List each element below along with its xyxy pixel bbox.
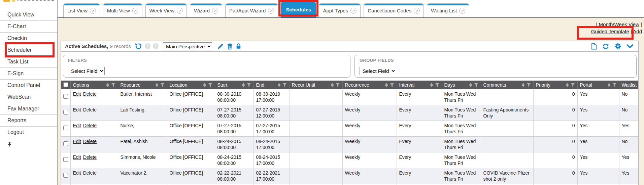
tab-waiting-list[interactable]: Waiting List ↗ (427, 3, 469, 17)
select-all-checkbox[interactable] (63, 82, 68, 87)
tab-multi-view[interactable]: Multi View ↗ (103, 3, 142, 17)
logo-mark (3, 0, 10, 2)
sort-icon[interactable] (430, 83, 433, 87)
column-header-start[interactable]: Start (215, 81, 253, 89)
popout-icon[interactable]: ↗ (177, 8, 183, 14)
refresh-icon[interactable] (602, 43, 609, 50)
column-header-end[interactable]: End (253, 81, 289, 89)
filter-funnel-icon[interactable] (435, 83, 439, 87)
popout-icon[interactable]: ↗ (90, 8, 96, 14)
tab-week-view[interactable]: Week View ↗ (145, 3, 187, 17)
filter-funnel-icon[interactable] (160, 83, 165, 87)
filter-funnel-icon[interactable] (527, 83, 531, 87)
filter-funnel-icon[interactable] (571, 83, 575, 87)
row-checkbox[interactable] (63, 126, 68, 130)
column-header-interval[interactable]: Interval (397, 81, 442, 89)
sidebar-item-scheduler[interactable]: Scheduler (0, 44, 57, 56)
edit-link[interactable]: Edit (73, 123, 81, 128)
filter-funnel-icon[interactable] (390, 83, 394, 87)
tab-pat-appt-wizard[interactable]: Pat/Appt Wizard ↗ (225, 3, 278, 17)
column-header-days[interactable]: Days (442, 81, 481, 89)
column-header-location[interactable]: Location (167, 81, 215, 89)
delete-link[interactable]: Delete (83, 139, 97, 144)
sidebar-pin-button[interactable] (0, 138, 57, 150)
sidebar-item-quick-view[interactable]: Quick View (0, 9, 57, 21)
sort-icon[interactable] (203, 83, 206, 87)
filters-field-select[interactable]: Select Field (68, 67, 105, 75)
sidebar-item-fax-manager[interactable]: Fax Manager (0, 103, 57, 115)
tab-schedules[interactable]: Schedules (281, 1, 316, 17)
column-header-recurrence[interactable]: Recurrence (342, 81, 397, 89)
edit-link[interactable]: Edit (73, 91, 81, 97)
popout-icon[interactable]: ↗ (212, 8, 218, 14)
sort-icon[interactable] (242, 83, 245, 87)
tab-wizard[interactable]: Wizard ↗ (190, 3, 222, 17)
perspective-select[interactable]: Main Perspective (163, 42, 212, 50)
sidebar-item-control-panel[interactable]: Control Panel (0, 80, 57, 91)
delete-link[interactable]: Delete (83, 107, 97, 112)
sidebar-item-task-list[interactable]: Task List (0, 56, 57, 68)
row-checkbox[interactable] (63, 173, 68, 178)
column-header-comments[interactable]: Comments (481, 81, 533, 89)
sidebar-item-logout[interactable]: Logout (0, 127, 57, 138)
sidebar-item-webscan[interactable]: WebScan (0, 91, 57, 103)
delete-link[interactable]: Delete (83, 91, 97, 97)
edit-pencil-icon[interactable] (217, 43, 224, 50)
row-checkbox[interactable] (63, 157, 68, 162)
filter-funnel-icon[interactable] (474, 83, 478, 87)
row-checkbox[interactable] (63, 94, 68, 99)
sort-icon[interactable] (566, 83, 569, 87)
sidebar-item-e-chart[interactable]: E-Chart (0, 21, 57, 33)
edit-link[interactable]: Edit (73, 139, 81, 144)
column-header-options[interactable]: Options (70, 81, 118, 89)
sort-icon[interactable] (106, 83, 109, 87)
row-checkbox[interactable] (63, 110, 68, 114)
month-week-view-link[interactable]: Month/Week View (599, 21, 639, 27)
filter-funnel-icon[interactable] (208, 83, 212, 87)
group-field-select[interactable]: Select Field (360, 67, 396, 75)
trash-icon[interactable] (227, 43, 233, 50)
sort-icon[interactable] (385, 83, 388, 87)
edit-link[interactable]: Edit (73, 170, 81, 176)
guided-template-link[interactable]: Guided Template (591, 29, 629, 34)
delete-link[interactable]: Delete (83, 123, 97, 128)
new-document-icon[interactable] (591, 43, 597, 50)
column-header-recur-until[interactable]: Recur Until (289, 81, 342, 89)
row-checkbox[interactable] (63, 141, 68, 146)
sort-icon[interactable] (278, 83, 280, 87)
filter-funnel-icon[interactable] (282, 83, 287, 87)
popout-icon[interactable]: ↗ (459, 8, 465, 14)
sort-icon[interactable] (469, 83, 472, 87)
column-header-waitlist-po[interactable]: Waitlist Po (619, 81, 638, 89)
popout-icon[interactable]: ↗ (414, 8, 420, 14)
tab-list-view[interactable]: List View ↗ (63, 3, 100, 17)
sort-icon[interactable] (522, 83, 524, 87)
popout-icon[interactable]: ↗ (268, 8, 274, 14)
undo-icon[interactable] (135, 42, 142, 50)
sidebar-item-checkin[interactable]: Checkin (0, 33, 57, 44)
filter-funnel-icon[interactable] (336, 83, 340, 87)
column-header-resource[interactable]: Resource (118, 81, 167, 89)
sort-icon[interactable] (156, 83, 158, 87)
popout-icon[interactable]: ↗ (350, 8, 357, 14)
popout-icon[interactable]: ↗ (132, 8, 138, 14)
sidebar-item-reports[interactable]: Reports (0, 115, 57, 127)
edit-link[interactable]: Edit (73, 154, 81, 160)
gear-icon[interactable] (614, 43, 621, 50)
filter-funnel-icon[interactable] (111, 83, 115, 87)
tab-appt-types[interactable]: Appt Types ↗ (319, 3, 361, 17)
filter-funnel-icon[interactable] (612, 83, 617, 87)
add-link[interactable]: Add (633, 29, 642, 34)
edit-link[interactable]: Edit (73, 107, 81, 112)
delete-link[interactable]: Delete (83, 154, 97, 160)
sort-icon[interactable] (608, 83, 610, 87)
column-header-priority[interactable]: Priority (533, 81, 577, 89)
chevron-down-icon[interactable] (626, 44, 633, 48)
sidebar-item-e-sign[interactable]: E-Sign (0, 68, 57, 80)
filter-funnel-icon[interactable] (247, 83, 251, 87)
column-header-portal[interactable]: Portal (577, 81, 619, 89)
delete-link[interactable]: Delete (83, 170, 97, 176)
sort-icon[interactable] (331, 83, 334, 87)
tab-cancellation-codes[interactable]: Cancellation Codes ↗ (364, 3, 424, 17)
lock-icon[interactable] (236, 43, 241, 49)
